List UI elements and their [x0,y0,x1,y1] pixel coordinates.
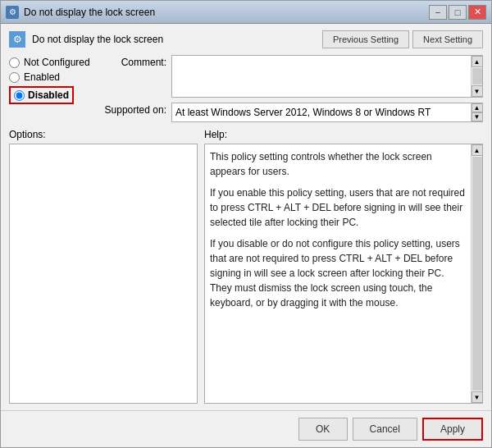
title-bar-controls: − □ ✕ [429,5,486,20]
help-scroll-thumb [472,157,482,391]
title-bar: ⚙ Do not display the lock screen − □ ✕ [1,1,491,24]
help-scroll-down[interactable]: ▼ [472,391,483,403]
options-box [9,144,198,404]
radio-group: Not Configured Enabled Disabled [9,55,91,122]
enabled-label: Enabled [24,71,60,83]
options-panel: Options: [9,129,198,404]
comment-row: Comment: ▲ ▼ [101,55,483,98]
comment-field-container: ▲ ▼ [171,55,483,98]
disabled-option[interactable]: Disabled [9,86,91,104]
not-configured-label: Not Configured [24,57,90,68]
disabled-radio[interactable] [14,90,25,101]
scroll-up-arrow[interactable]: ▲ [472,56,483,67]
window-icon: ⚙ [6,6,19,19]
header-left: ⚙ Do not display the lock screen [9,31,163,48]
supported-field-container: At least Windows Server 2012, Windows 8 … [171,103,483,122]
comment-scrollbar: ▲ ▼ [471,56,482,97]
header-icon: ⚙ [9,31,25,48]
next-setting-button[interactable]: Next Setting [412,30,483,48]
not-configured-radio[interactable] [9,57,20,68]
disabled-label: Disabled [28,89,69,101]
supported-value: At least Windows Server 2012, Windows 8 … [172,103,471,121]
help-paragraph: If you enable this policy setting, users… [210,185,466,230]
options-label: Options: [9,129,198,140]
supported-row: Supported on: At least Windows Server 20… [101,103,483,122]
header-row: ⚙ Do not display the lock screen Previou… [9,30,483,48]
previous-setting-button[interactable]: Previous Setting [322,30,409,48]
help-scroll-up[interactable]: ▲ [472,144,483,156]
supported-scroll-down[interactable]: ▼ [472,112,483,121]
help-box: This policy setting controls whether the… [205,144,471,403]
scroll-down-arrow[interactable]: ▼ [472,85,483,97]
comment-textarea[interactable] [172,56,471,97]
supported-scrollable: At least Windows Server 2012, Windows 8 … [171,103,483,122]
maximize-button[interactable]: □ [449,5,467,20]
help-scrollable: This policy setting controls whether the… [204,144,483,404]
settings-area: Not Configured Enabled Disabled Comment: [9,55,483,122]
title-bar-left: ⚙ Do not display the lock screen [6,6,155,19]
main-window: ⚙ Do not display the lock screen − □ ✕ ⚙… [0,0,492,448]
supported-scroll-up[interactable]: ▲ [472,103,483,112]
comment-scrollable: ▲ ▼ [171,55,483,98]
help-paragraph: If you disable or do not configure this … [210,236,466,310]
comment-supported-area: Comment: ▲ ▼ Supported on: [101,55,483,122]
comment-label: Comment: [101,55,166,68]
main-panels: Options: Help: This policy setting contr… [9,129,483,404]
minimize-button[interactable]: − [429,5,447,20]
ok-button[interactable]: OK [298,418,348,441]
help-scrollbar: ▲ ▼ [471,144,482,403]
cancel-button[interactable]: Cancel [353,418,417,441]
footer: OK Cancel Apply [1,410,491,447]
content-area: ⚙ Do not display the lock screen Previou… [1,24,491,410]
close-button[interactable]: ✕ [468,5,486,20]
enabled-option[interactable]: Enabled [9,71,91,83]
window-title: Do not display the lock screen [24,7,155,18]
help-label: Help: [204,129,483,140]
scroll-thumb [472,68,482,85]
apply-button[interactable]: Apply [422,418,483,441]
supported-label: Supported on: [101,103,166,116]
disabled-border: Disabled [9,86,74,104]
help-panel: Help: This policy setting controls wheth… [204,129,483,404]
supported-scrollbar: ▲ ▼ [471,103,482,121]
header-buttons: Previous Setting Next Setting [322,30,483,48]
enabled-radio[interactable] [9,72,20,83]
help-paragraph: This policy setting controls whether the… [210,149,466,179]
header-title: Do not display the lock screen [32,34,163,45]
not-configured-option[interactable]: Not Configured [9,57,91,68]
